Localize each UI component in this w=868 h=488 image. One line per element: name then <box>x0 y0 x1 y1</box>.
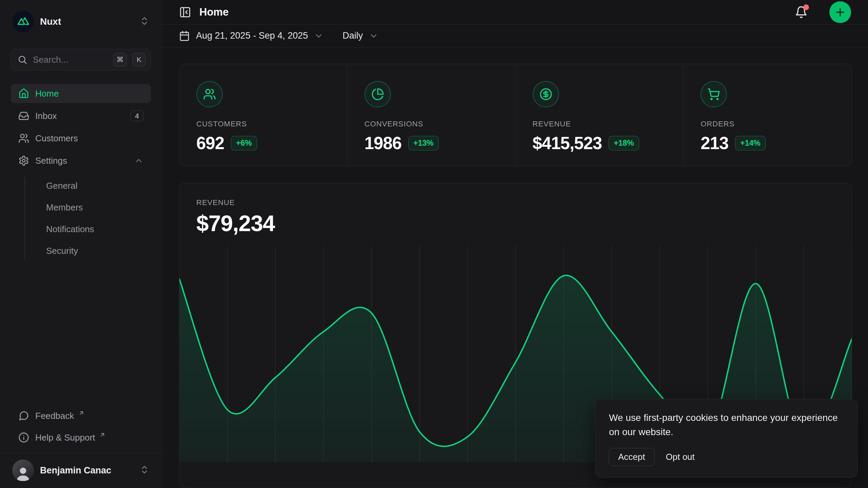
chevrons-up-down-icon <box>139 465 150 476</box>
stat-label: ORDERS <box>701 120 835 128</box>
sidebar-item-label: Settings <box>35 156 128 166</box>
stat-card-conversions[interactable]: CONVERSIONS 1986 +13% <box>348 64 516 166</box>
sidebar: Nuxt Search... ⌘ K Home <box>0 0 162 488</box>
calendar-icon <box>179 30 190 41</box>
gear-icon <box>18 155 29 166</box>
sidebar-footer-links: Feedback Help & Support <box>11 406 151 453</box>
stat-label: CONVERSIONS <box>364 120 498 128</box>
kbd-cmd: ⌘ <box>113 53 127 66</box>
chevrons-up-down-icon <box>139 16 150 27</box>
sidebar-item-label: Inbox <box>35 111 124 121</box>
user-menu[interactable]: Benjamin Canac <box>0 453 162 488</box>
notification-dot <box>803 4 809 10</box>
stat-value: 692 <box>196 133 224 153</box>
team-name: Nuxt <box>40 16 133 27</box>
feedback-link[interactable]: Feedback <box>11 406 151 425</box>
cookie-message: We use first-party cookies to enhance yo… <box>609 411 844 439</box>
interval-select[interactable]: Daily <box>342 30 378 41</box>
stat-delta-badge: +13% <box>408 136 438 150</box>
stat-card-customers[interactable]: CUSTOMERS 692 +6% <box>179 64 348 166</box>
sidebar-item-general[interactable]: General <box>46 175 151 197</box>
cookie-banner: We use first-party cookies to enhance yo… <box>595 399 858 478</box>
revenue-total: $79,234 <box>196 210 835 236</box>
stat-delta-badge: +6% <box>231 136 257 150</box>
stat-label: REVENUE <box>533 120 667 128</box>
sidebar-item-settings[interactable]: Settings <box>11 151 151 170</box>
stat-value: 1986 <box>364 133 401 153</box>
add-button[interactable] <box>829 1 851 23</box>
page-title: Home <box>199 6 787 18</box>
stat-value: 213 <box>701 133 728 153</box>
external-link-icon <box>78 408 85 419</box>
sidebar-item-label: Customers <box>35 133 143 144</box>
collapse-sidebar-button[interactable] <box>179 6 191 18</box>
avatar <box>12 460 34 481</box>
dollar-circle-icon <box>533 81 559 107</box>
help-support-label: Help & Support <box>35 432 95 443</box>
sidebar-item-home[interactable]: Home <box>11 84 151 103</box>
date-range-value: Aug 21, 2025 - Sep 4, 2025 <box>196 30 308 41</box>
chevron-down-icon <box>369 31 378 41</box>
stat-value: $415,523 <box>533 133 602 153</box>
sidebar-item-label: Home <box>35 88 143 99</box>
users-icon <box>196 81 223 107</box>
user-name: Benjamin Canac <box>40 465 133 476</box>
sidebar-item-notifications[interactable]: Notifications <box>46 218 151 240</box>
sidebar-item-inbox[interactable]: Inbox 4 <box>11 106 151 125</box>
app-root: Nuxt Search... ⌘ K Home <box>0 0 868 488</box>
filter-bar: Aug 21, 2025 - Sep 4, 2025 Daily <box>162 25 868 47</box>
interval-value: Daily <box>342 30 363 41</box>
accept-cookies-button[interactable]: Accept <box>609 448 654 466</box>
optout-cookies-button[interactable]: Opt out <box>666 452 695 462</box>
chevron-down-icon <box>314 31 323 41</box>
stat-card-orders[interactable]: ORDERS 213 +14% <box>684 64 852 166</box>
info-circle-icon <box>18 432 29 443</box>
stat-delta-badge: +14% <box>735 136 765 150</box>
stats-row: CUSTOMERS 692 +6% CONVERSIONS 1986 +13% <box>179 64 852 166</box>
sidebar-item-customers[interactable]: Customers <box>11 129 151 148</box>
home-icon <box>18 88 29 99</box>
team-switcher[interactable]: Nuxt <box>11 9 151 35</box>
cart-icon <box>701 81 727 107</box>
chat-bubble-icon <box>18 410 29 421</box>
external-link-icon <box>99 430 106 441</box>
main-area: Home Aug 21, 2025 - Sep 4, 2025 Daily <box>162 0 868 488</box>
help-support-link[interactable]: Help & Support <box>11 428 151 447</box>
inbox-count-badge: 4 <box>131 110 143 121</box>
revenue-label: REVENUE <box>196 198 835 207</box>
nuxt-logo-icon <box>12 11 34 33</box>
sidebar-spacer <box>11 262 151 406</box>
sidebar-item-members[interactable]: Members <box>46 197 151 218</box>
stat-delta-badge: +18% <box>609 136 639 150</box>
inbox-icon <box>18 110 29 121</box>
pie-chart-icon <box>364 81 391 107</box>
search-placeholder: Search... <box>33 55 108 65</box>
chevron-up-icon <box>134 156 143 165</box>
kbd-k: K <box>132 53 146 66</box>
stat-card-revenue[interactable]: REVENUE $415,523 +18% <box>516 64 684 166</box>
sidebar-nav: Home Inbox 4 Customers Settings <box>11 84 151 262</box>
search-input[interactable]: Search... ⌘ K <box>11 49 151 70</box>
topbar: Home <box>162 0 868 25</box>
search-icon <box>17 55 27 65</box>
sidebar-item-security[interactable]: Security <box>46 240 151 262</box>
users-icon <box>18 133 29 144</box>
settings-subnav: General Members Notifications Security <box>11 175 151 262</box>
date-range-picker[interactable]: Aug 21, 2025 - Sep 4, 2025 <box>179 30 323 41</box>
notifications-button[interactable] <box>795 6 808 19</box>
feedback-label: Feedback <box>35 411 74 421</box>
stat-label: CUSTOMERS <box>196 120 330 128</box>
